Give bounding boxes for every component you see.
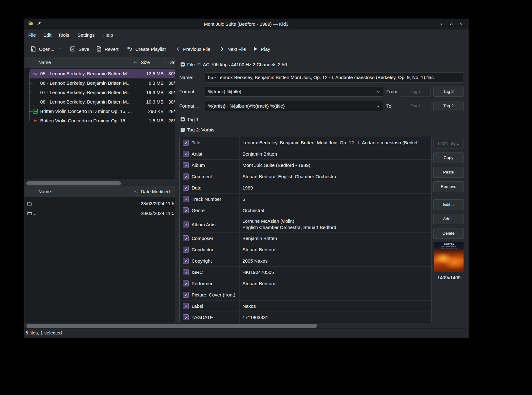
filename-input[interactable]: 05 - Lennox Berkeley, Benjamin Britten M…	[205, 72, 464, 83]
tag-field-value[interactable]: HKI190470505	[240, 269, 431, 275]
tag-field-value[interactable]: Mont Juic Suite (Bedford - 1989)	[240, 162, 431, 168]
checkbox-checked[interactable]	[183, 292, 189, 298]
checkbox-checked[interactable]	[183, 207, 189, 213]
tag-field-value[interactable]: Benjamin Britten	[240, 151, 431, 157]
album-cover-thumbnail[interactable]: BRITTEN Violin Concerto · Mont JuicEngli…	[434, 242, 464, 272]
tag-row-track-number[interactable]: Track Number 5	[180, 194, 431, 205]
tag-row-comment[interactable]: Comment Steuart Bedford, English Chamber…	[180, 171, 431, 182]
open-button[interactable]: Open...	[30, 44, 62, 54]
tag-row-conductor[interactable]: Conductor Steuart Bedford	[180, 244, 431, 255]
checkbox-checked[interactable]	[183, 151, 189, 157]
checkbox-checked[interactable]	[183, 258, 189, 264]
play-button[interactable]: Play	[252, 44, 270, 54]
directory-row[interactable]: . 28/03/2024 11:5	[24, 199, 175, 208]
checkbox-checked[interactable]	[183, 303, 189, 309]
column-date-modified[interactable]: Date Modified	[141, 186, 170, 197]
tag-field-value[interactable]: Orchestral	[240, 207, 431, 214]
tag-row-copyright[interactable]: Copyright 2005 Naxos	[180, 255, 431, 267]
file-row-selected[interactable]: V2 05 - Lennox Berkeley, Benjamin Britte…	[24, 69, 175, 78]
checkbox-checked[interactable]	[183, 222, 189, 227]
column-size[interactable]: Size	[141, 57, 150, 68]
tag-row-album[interactable]: Album Mont Juic Suite (Bedford - 1989)	[180, 160, 431, 171]
column-divider[interactable]	[138, 58, 138, 67]
tag-field-value[interactable]: Steuart Bedford, English Chamber Orchest…	[240, 173, 431, 180]
tag-field-value[interactable]: 1711803331	[240, 314, 431, 321]
file-row[interactable]: Britten Violin Concerto in D minor Op. 1…	[24, 107, 175, 116]
menu-tools[interactable]: Tools	[58, 29, 69, 41]
tag-row-genre[interactable]: Genre Orchestral	[180, 205, 431, 216]
maximize-button[interactable]	[447, 20, 455, 28]
to-tag2-filename-button[interactable]: Tag 2	[433, 101, 464, 111]
create-playlist-button[interactable]: Create Playlist	[127, 44, 166, 54]
format-to-filename-combobox[interactable]: %{artist} - %{album}/%{track} %{title}	[205, 101, 383, 111]
checkbox-checked[interactable]	[183, 173, 189, 179]
paste-button[interactable]: Paste	[433, 167, 464, 178]
checkbox-checked[interactable]	[183, 314, 189, 320]
tag-field-value[interactable]: Lorraine McAslan (violin) English Chambe…	[240, 218, 431, 231]
file-row[interactable]: 06 - Lennox Berkeley, Benjamin Britten M…	[24, 78, 175, 88]
titlebar[interactable]: Mont Juic Suite (Bedford - 1989) — Kid3	[24, 19, 469, 29]
tag-field-value[interactable]: 5	[240, 196, 431, 202]
tag-row-album-artist[interactable]: Album Artist Lorraine McAslan (violin) E…	[180, 216, 431, 233]
horizontal-scrollbar-thumb[interactable]	[26, 324, 317, 328]
checkbox-checked[interactable]	[183, 280, 189, 286]
collapse-file-section-icon[interactable]	[181, 62, 185, 67]
checkbox-checked[interactable]	[183, 247, 189, 253]
column-divider[interactable]	[138, 188, 138, 196]
tag-row-isrc[interactable]: ISRC HKI190470505	[180, 267, 431, 278]
chevron-down-icon[interactable]	[58, 47, 62, 51]
delete-button[interactable]: Delete	[433, 228, 464, 239]
remove-button[interactable]: Remove	[433, 181, 464, 192]
copy-button[interactable]: Copy	[433, 152, 464, 163]
column-name[interactable]: Name	[38, 57, 51, 68]
tag-field-value[interactable]: Lennox Berkeley, Benjamin Britten: Mont …	[240, 140, 431, 146]
format-from-filename-combobox[interactable]: %{track} %{title}	[205, 87, 383, 97]
column-divider[interactable]	[166, 58, 166, 67]
collapse-tag2-section-icon[interactable]	[181, 128, 185, 132]
edit-button[interactable]: Edit...	[433, 199, 464, 210]
checkbox-checked[interactable]	[183, 269, 189, 275]
menu-settings[interactable]: Settings	[78, 29, 95, 41]
tag-row-label[interactable]: Label Naxos	[180, 301, 431, 312]
expand-tag1-section-icon[interactable]	[181, 117, 185, 121]
directory-row[interactable]: .. 28/03/2024 11:5	[24, 209, 175, 218]
horizontal-scrollbar-thumb[interactable]	[26, 181, 121, 185]
tag-field-value[interactable]: 1989	[240, 185, 431, 191]
save-button[interactable]: Save	[70, 44, 89, 54]
file-row[interactable]: 07 - Lennox Berkeley, Benjamin Britten M…	[24, 88, 175, 97]
tag-row-composer[interactable]: Composer Benjamin Britten	[180, 233, 431, 244]
file-row[interactable]: 08 - Lennox Berkeley, Benjamin Britten M…	[24, 97, 175, 107]
revert-button[interactable]: Revert	[96, 44, 118, 54]
checkbox-checked[interactable]	[183, 140, 189, 146]
previous-file-button[interactable]: Previous File	[175, 44, 210, 54]
column-date[interactable]: Date Modified	[168, 57, 175, 68]
tag-field-value[interactable]: Benjamin Britten	[240, 235, 431, 242]
from-tag1-button[interactable]: From Tag 1	[433, 138, 464, 149]
from-tag2-filename-button[interactable]: Tag 2	[433, 87, 464, 97]
tag-row-date[interactable]: Date 1989	[180, 182, 431, 194]
file-row[interactable]: Britten Violin Concerto in D minor Op. 1…	[24, 116, 175, 125]
menu-help[interactable]: Help	[103, 29, 113, 41]
next-file-button[interactable]: Next File	[219, 44, 246, 54]
tag-field-value[interactable]: Naxos	[240, 303, 431, 309]
tag-field-value[interactable]: Steuart Bedford	[240, 280, 431, 287]
checkbox-checked[interactable]	[183, 196, 189, 202]
tag-row-picture[interactable]: Picture: Cover (front)	[180, 289, 431, 301]
checkbox-checked[interactable]	[183, 235, 189, 241]
tag-row-tagdate[interactable]: TAGDATE 1711803331	[180, 312, 431, 323]
tag-row-title[interactable]: Title Lennox Berkeley, Benjamin Britten:…	[180, 137, 431, 148]
file-list-header[interactable]: Name Size Date Modified	[24, 57, 175, 68]
from-tag1-filename-button[interactable]: Tag 1	[401, 87, 431, 97]
directory-list-header[interactable]: Name Date Modified	[24, 186, 175, 197]
add-button[interactable]: Add...	[433, 214, 464, 224]
tag-row-artist[interactable]: Artist Benjamin Britten	[180, 148, 431, 160]
minimize-button[interactable]	[437, 20, 445, 28]
menu-edit[interactable]: Edit	[43, 29, 52, 41]
checkbox-checked[interactable]	[183, 185, 189, 191]
menu-file[interactable]: File	[28, 29, 36, 41]
tag-row-performer[interactable]: Performer Steuart Bedford	[180, 278, 431, 289]
column-name[interactable]: Name	[38, 186, 51, 197]
checkbox-checked[interactable]	[183, 162, 189, 168]
to-tag1-filename-button[interactable]: Tag 1	[401, 101, 431, 111]
tag-field-value[interactable]: Steuart Bedford	[240, 247, 431, 253]
